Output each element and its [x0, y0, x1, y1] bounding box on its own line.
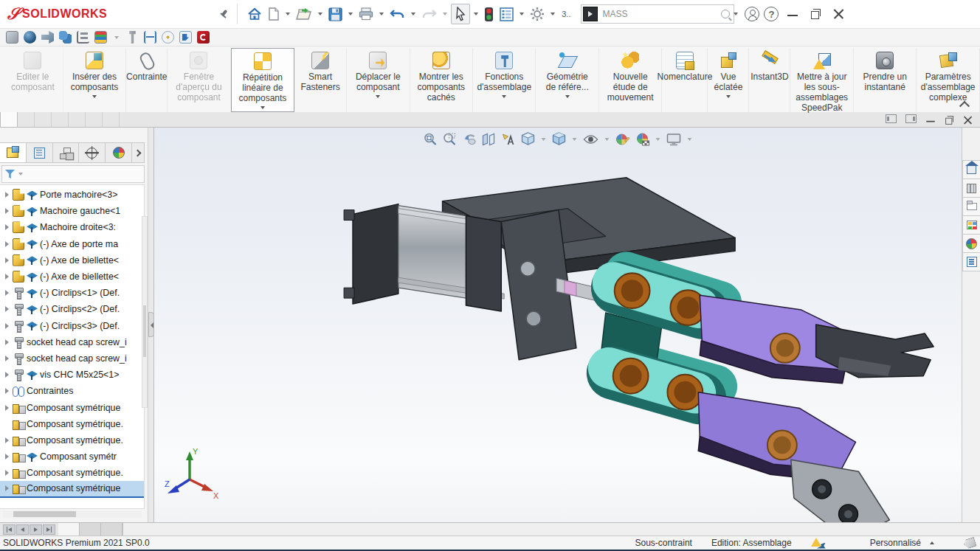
ribbon-button[interactable]: Insérer des composants	[63, 48, 126, 112]
menu-item[interactable]	[187, 10, 200, 18]
options-list-button[interactable]	[497, 5, 516, 24]
ribbon-button[interactable]: Prendre un instantané	[854, 48, 917, 112]
ribbon-button[interactable]: Smart Fasteners	[294, 48, 347, 112]
tree-item[interactable]: Composant symétr	[0, 448, 144, 465]
menu-item[interactable]	[142, 10, 156, 18]
pin-icon[interactable]	[218, 8, 230, 20]
view-palette-tab[interactable]	[962, 215, 980, 235]
structure-tree-icon[interactable]	[77, 31, 89, 44]
profile-label[interactable]: Personnalisé	[870, 538, 921, 548]
expand-arrow-icon[interactable]	[3, 470, 10, 476]
restore-button[interactable]	[811, 9, 821, 19]
tree-item[interactable]: (-) Circlips<2> (Def.	[0, 301, 144, 317]
ribbon-button-dropdown[interactable]	[502, 95, 506, 98]
custom-properties-tab[interactable]	[962, 252, 980, 271]
save-dropdown[interactable]	[348, 13, 353, 15]
expand-arrow-icon[interactable]	[3, 485, 10, 491]
menu-item[interactable]	[172, 10, 185, 18]
minimize-button[interactable]	[787, 9, 798, 19]
doc-minimize-button[interactable]	[926, 116, 934, 124]
tree-item[interactable]: (-) Circlips<3> (Def.	[0, 318, 144, 334]
settings-dropdown[interactable]	[551, 13, 555, 15]
print-dropdown[interactable]	[379, 13, 384, 15]
tab-feature-tree[interactable]	[0, 143, 27, 162]
tree-item[interactable]: (-) Axe de biellette<	[0, 268, 144, 285]
gears-tool-icon[interactable]	[59, 31, 72, 44]
ribbon-button[interactable]: Géométrie de référe...	[536, 48, 598, 112]
profile-up-arrow-icon[interactable]	[930, 541, 934, 544]
new-document-button[interactable]	[266, 5, 282, 23]
tree-item[interactable]: (-) Circlips<1> (Def.	[0, 285, 144, 301]
tree-tabs-expand[interactable]	[132, 143, 144, 162]
ribbon-button[interactable]: Fonctions d'assemblage	[473, 48, 536, 112]
tab-dimxpert[interactable]	[79, 143, 106, 162]
expand-arrow-icon[interactable]	[3, 290, 10, 296]
expand-arrow-icon[interactable]	[3, 208, 10, 214]
tab-property-manager[interactable]	[27, 143, 53, 162]
command-tab[interactable]	[0, 111, 18, 127]
expand-arrow-icon[interactable]	[3, 306, 10, 312]
search-input[interactable]	[598, 9, 721, 19]
tab-configuration-manager[interactable]	[53, 143, 80, 162]
command-tab[interactable]	[52, 111, 69, 127]
command-tab[interactable]	[35, 111, 52, 127]
expand-arrow-icon[interactable]	[3, 437, 10, 443]
menu-item[interactable]	[201, 10, 215, 18]
tree-item[interactable]: Porte machoire<3>	[0, 187, 144, 203]
tree-hscroll-thumb[interactable]	[13, 511, 76, 517]
tree-item[interactable]: Composant symétrique.	[0, 465, 144, 481]
tree-horizontal-scrollbar[interactable]	[3, 510, 142, 518]
tree-vertical-scrollbar[interactable]	[142, 216, 148, 408]
tree-item[interactable]: Composant symétrique	[0, 481, 144, 497]
tree-item[interactable]: socket head cap screw_i	[0, 334, 144, 350]
ribbon-button-dropdown[interactable]	[376, 95, 380, 98]
command-tab[interactable]	[69, 111, 86, 127]
print-button[interactable]	[356, 5, 376, 23]
gripper-assembly-model[interactable]	[154, 128, 962, 522]
tag-icon[interactable]	[962, 536, 976, 549]
orbit-view-icon[interactable]	[162, 31, 174, 44]
tree-item[interactable]: socket head cap screw_i	[0, 350, 144, 367]
search-commands-icon[interactable]	[583, 7, 598, 21]
ribbon-button[interactable]: Nouvelle étude de mouvement	[599, 48, 662, 112]
expand-arrow-icon[interactable]	[3, 454, 10, 460]
ribbon-button[interactable]: Mettre à jour les sous-assemblages Speed…	[790, 48, 853, 112]
expand-arrow-icon[interactable]	[3, 388, 10, 394]
search-dropdown[interactable]	[734, 13, 738, 15]
render-sphere-icon[interactable]	[24, 31, 36, 44]
menu-item[interactable]	[157, 10, 170, 18]
appearances-tab[interactable]	[962, 234, 980, 253]
camera-tool-icon[interactable]	[41, 31, 54, 44]
ribbon-button[interactable]: Montrer les composants cachés	[410, 48, 473, 112]
collapse-right-pane-icon[interactable]	[905, 114, 917, 123]
previous-tab-button[interactable]	[16, 524, 29, 535]
tree-filter-bar[interactable]	[1, 165, 145, 183]
ribbon-button[interactable]: Editer le composant	[3, 48, 63, 112]
close-button[interactable]	[833, 8, 845, 20]
tree-item[interactable]: (-) Axe de porte ma	[0, 236, 144, 252]
home-button[interactable]	[245, 5, 264, 23]
first-tab-button[interactable]	[3, 524, 15, 535]
settings-gear-button[interactable]	[528, 4, 547, 24]
mesh-tool-icon[interactable]	[6, 31, 18, 44]
redo-dropdown[interactable]	[443, 13, 447, 15]
next-tab-button[interactable]	[30, 524, 42, 535]
open-dropdown[interactable]	[318, 13, 322, 15]
tree-item[interactable]: Machoire droite<3:	[0, 219, 144, 235]
ribbon-button-dropdown[interactable]	[565, 95, 570, 98]
undo-button[interactable]	[387, 5, 407, 23]
design-library-tab[interactable]	[962, 179, 980, 198]
new-document-dropdown[interactable]	[286, 13, 290, 15]
open-button[interactable]	[294, 5, 314, 23]
ribbon-button[interactable]: Répétition linéaire de composants	[231, 48, 294, 112]
ribbon-button[interactable]: Fenêtre d'aperçu du composant	[168, 48, 230, 112]
expand-arrow-icon[interactable]	[3, 356, 10, 361]
filter-dropdown[interactable]	[18, 173, 23, 176]
tree-item[interactable]: Machoire gauche<1	[0, 203, 144, 219]
ribbon-button[interactable]: Paramètres d'assemblage complexe	[917, 48, 979, 112]
doc-close-button[interactable]	[963, 115, 973, 125]
undo-dropdown[interactable]	[411, 13, 415, 15]
task-pane-home-tab[interactable]	[962, 160, 980, 179]
ribbon-button-dropdown[interactable]	[92, 95, 97, 98]
command-tab[interactable]	[103, 111, 120, 127]
